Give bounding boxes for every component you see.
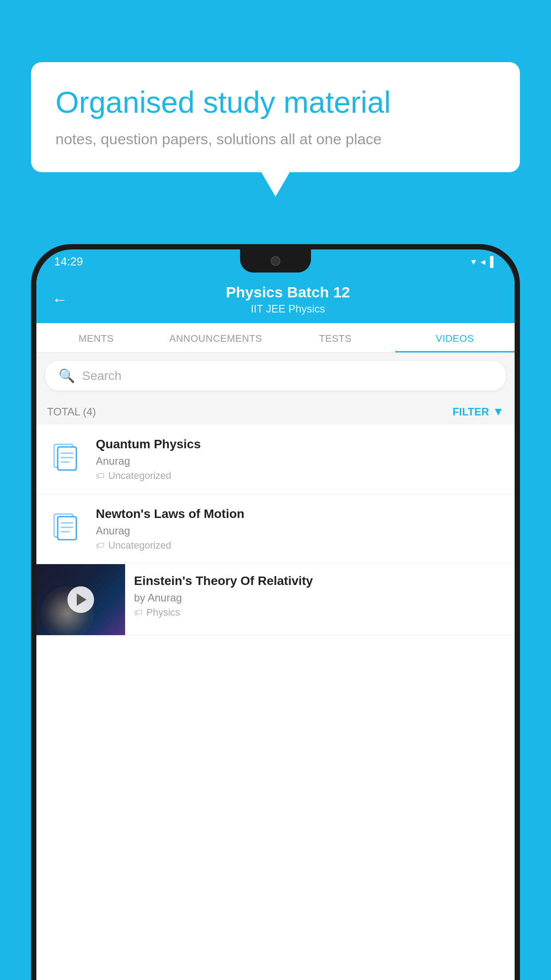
video-info: Quantum Physics Anurag 🏷 Uncategorized xyxy=(96,437,504,482)
tab-bar: MENTS ANNOUNCEMENTS TESTS VIDEOS xyxy=(36,323,515,353)
phone-frame: 14:29 ▾ ◂ ▌ ← Physics Batch 12 IIT JEE P… xyxy=(31,244,520,980)
search-bar[interactable]: 🔍 Search xyxy=(45,361,506,391)
tag-label: Physics xyxy=(146,607,180,618)
tab-ments[interactable]: MENTS xyxy=(36,323,156,352)
video-author: Anurag xyxy=(96,525,504,537)
battery-icon: ▌ xyxy=(490,256,497,268)
back-button[interactable]: ← xyxy=(52,290,68,309)
notch xyxy=(240,249,311,273)
video-file-icon xyxy=(47,513,87,545)
video-author: by Anurag xyxy=(134,592,506,604)
status-time: 14:29 xyxy=(54,255,83,269)
svg-rect-6 xyxy=(58,517,76,540)
video-tag: 🏷 Physics xyxy=(134,607,506,618)
tag-icon: 🏷 xyxy=(134,608,143,618)
svg-rect-1 xyxy=(58,447,76,470)
play-button[interactable] xyxy=(67,586,94,613)
tab-announcements[interactable]: ANNOUNCEMENTS xyxy=(156,323,276,352)
list-item[interactable]: Einstein's Theory Of Relativity by Anura… xyxy=(36,564,515,636)
bubble-title: Organised study material xyxy=(55,84,496,121)
video-list: Quantum Physics Anurag 🏷 Uncategorized xyxy=(36,425,515,980)
tag-label: Uncategorized xyxy=(108,470,171,482)
search-icon: 🔍 xyxy=(59,368,75,383)
video-info: Newton's Laws of Motion Anurag 🏷 Uncateg… xyxy=(96,507,504,551)
video-title: Einstein's Theory Of Relativity xyxy=(134,574,506,588)
video-tag: 🏷 Uncategorized xyxy=(96,470,504,482)
camera xyxy=(271,256,280,266)
search-input[interactable]: Search xyxy=(82,369,122,383)
total-count: TOTAL (4) xyxy=(47,406,96,418)
list-item[interactable]: Newton's Laws of Motion Anurag 🏷 Uncateg… xyxy=(36,494,515,564)
signal-icon: ◂ xyxy=(480,256,485,268)
tab-tests[interactable]: TESTS xyxy=(276,323,395,352)
video-thumbnail xyxy=(36,564,125,635)
bubble-subtitle: notes, question papers, solutions all at… xyxy=(55,130,496,148)
tab-videos[interactable]: VIDEOS xyxy=(395,323,515,352)
video-title: Quantum Physics xyxy=(96,437,504,451)
wifi-icon: ▾ xyxy=(471,256,476,268)
filter-label: FILTER xyxy=(453,406,489,418)
speech-bubble: Organised study material notes, question… xyxy=(31,62,520,172)
screen-content: ← Physics Batch 12 IIT JEE Physics MENTS… xyxy=(36,274,515,980)
header-title: Physics Batch 12 xyxy=(77,284,499,301)
filter-icon: ▼ xyxy=(492,405,504,419)
video-file-icon xyxy=(47,443,87,475)
speech-bubble-container: Organised study material notes, question… xyxy=(31,62,520,172)
app-header: ← Physics Batch 12 IIT JEE Physics xyxy=(36,274,515,323)
filter-button[interactable]: FILTER ▼ xyxy=(453,405,504,419)
header-subtitle: IIT JEE Physics xyxy=(77,303,499,315)
status-icons: ▾ ◂ ▌ xyxy=(471,256,497,268)
video-author: Anurag xyxy=(96,455,504,467)
play-icon xyxy=(77,593,87,606)
tag-label: Uncategorized xyxy=(108,540,171,551)
tag-icon: 🏷 xyxy=(96,541,105,551)
filter-row: TOTAL (4) FILTER ▼ xyxy=(36,399,515,425)
tag-icon: 🏷 xyxy=(96,471,105,481)
video-title: Newton's Laws of Motion xyxy=(96,507,504,521)
list-item[interactable]: Quantum Physics Anurag 🏷 Uncategorized xyxy=(36,425,515,494)
search-container: 🔍 Search xyxy=(36,353,515,399)
video-info: Einstein's Theory Of Relativity by Anura… xyxy=(125,564,515,628)
video-tag: 🏷 Uncategorized xyxy=(96,540,504,551)
phone-inner: 14:29 ▾ ◂ ▌ ← Physics Batch 12 IIT JEE P… xyxy=(36,249,515,980)
header-title-area: Physics Batch 12 IIT JEE Physics xyxy=(77,284,499,315)
